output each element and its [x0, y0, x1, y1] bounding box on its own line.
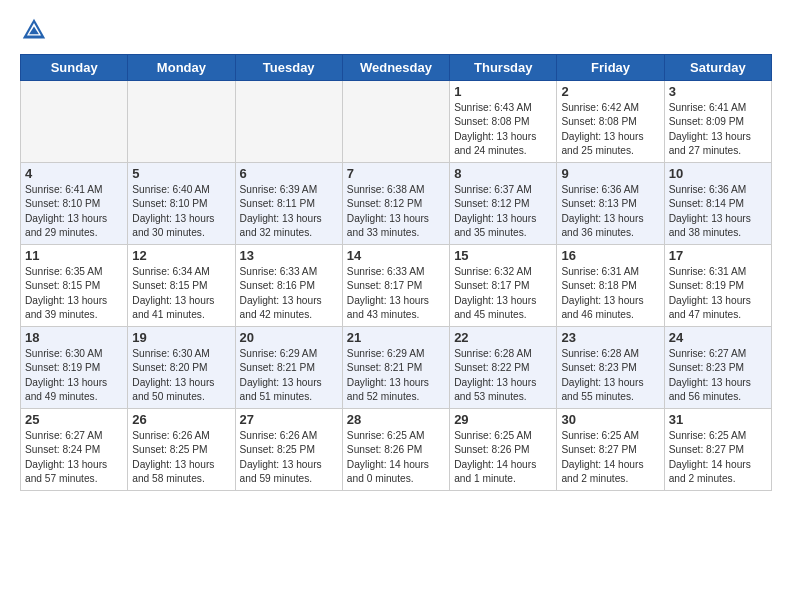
weekday-header-saturday: Saturday	[664, 55, 771, 81]
cell-info-text: Sunrise: 6:28 AM Sunset: 8:22 PM Dayligh…	[454, 347, 552, 404]
calendar-cell: 26Sunrise: 6:26 AM Sunset: 8:25 PM Dayli…	[128, 409, 235, 491]
calendar-cell: 28Sunrise: 6:25 AM Sunset: 8:26 PM Dayli…	[342, 409, 449, 491]
calendar-week-row: 25Sunrise: 6:27 AM Sunset: 8:24 PM Dayli…	[21, 409, 772, 491]
calendar-cell: 24Sunrise: 6:27 AM Sunset: 8:23 PM Dayli…	[664, 327, 771, 409]
calendar-week-row: 1Sunrise: 6:43 AM Sunset: 8:08 PM Daylig…	[21, 81, 772, 163]
calendar-cell: 12Sunrise: 6:34 AM Sunset: 8:15 PM Dayli…	[128, 245, 235, 327]
cell-day-number: 15	[454, 248, 552, 263]
calendar-cell: 15Sunrise: 6:32 AM Sunset: 8:17 PM Dayli…	[450, 245, 557, 327]
cell-day-number: 17	[669, 248, 767, 263]
cell-day-number: 27	[240, 412, 338, 427]
cell-day-number: 19	[132, 330, 230, 345]
cell-day-number: 30	[561, 412, 659, 427]
cell-info-text: Sunrise: 6:26 AM Sunset: 8:25 PM Dayligh…	[240, 429, 338, 486]
calendar-week-row: 11Sunrise: 6:35 AM Sunset: 8:15 PM Dayli…	[21, 245, 772, 327]
weekday-header-wednesday: Wednesday	[342, 55, 449, 81]
calendar-cell: 27Sunrise: 6:26 AM Sunset: 8:25 PM Dayli…	[235, 409, 342, 491]
calendar-cell: 5Sunrise: 6:40 AM Sunset: 8:10 PM Daylig…	[128, 163, 235, 245]
calendar-cell: 6Sunrise: 6:39 AM Sunset: 8:11 PM Daylig…	[235, 163, 342, 245]
weekday-header-monday: Monday	[128, 55, 235, 81]
cell-day-number: 10	[669, 166, 767, 181]
calendar-cell: 31Sunrise: 6:25 AM Sunset: 8:27 PM Dayli…	[664, 409, 771, 491]
cell-info-text: Sunrise: 6:41 AM Sunset: 8:10 PM Dayligh…	[25, 183, 123, 240]
cell-info-text: Sunrise: 6:27 AM Sunset: 8:24 PM Dayligh…	[25, 429, 123, 486]
calendar-cell: 18Sunrise: 6:30 AM Sunset: 8:19 PM Dayli…	[21, 327, 128, 409]
cell-info-text: Sunrise: 6:39 AM Sunset: 8:11 PM Dayligh…	[240, 183, 338, 240]
calendar-cell: 8Sunrise: 6:37 AM Sunset: 8:12 PM Daylig…	[450, 163, 557, 245]
header	[20, 16, 772, 44]
cell-info-text: Sunrise: 6:31 AM Sunset: 8:19 PM Dayligh…	[669, 265, 767, 322]
cell-info-text: Sunrise: 6:36 AM Sunset: 8:13 PM Dayligh…	[561, 183, 659, 240]
cell-info-text: Sunrise: 6:32 AM Sunset: 8:17 PM Dayligh…	[454, 265, 552, 322]
logo-icon	[20, 16, 48, 44]
cell-info-text: Sunrise: 6:33 AM Sunset: 8:16 PM Dayligh…	[240, 265, 338, 322]
cell-info-text: Sunrise: 6:34 AM Sunset: 8:15 PM Dayligh…	[132, 265, 230, 322]
cell-day-number: 18	[25, 330, 123, 345]
weekday-header-row: SundayMondayTuesdayWednesdayThursdayFrid…	[21, 55, 772, 81]
calendar-cell	[342, 81, 449, 163]
cell-info-text: Sunrise: 6:29 AM Sunset: 8:21 PM Dayligh…	[240, 347, 338, 404]
cell-info-text: Sunrise: 6:25 AM Sunset: 8:27 PM Dayligh…	[561, 429, 659, 486]
cell-info-text: Sunrise: 6:26 AM Sunset: 8:25 PM Dayligh…	[132, 429, 230, 486]
cell-day-number: 28	[347, 412, 445, 427]
calendar-cell: 16Sunrise: 6:31 AM Sunset: 8:18 PM Dayli…	[557, 245, 664, 327]
cell-day-number: 9	[561, 166, 659, 181]
calendar-cell: 29Sunrise: 6:25 AM Sunset: 8:26 PM Dayli…	[450, 409, 557, 491]
cell-day-number: 23	[561, 330, 659, 345]
cell-day-number: 26	[132, 412, 230, 427]
cell-day-number: 7	[347, 166, 445, 181]
cell-info-text: Sunrise: 6:31 AM Sunset: 8:18 PM Dayligh…	[561, 265, 659, 322]
cell-day-number: 11	[25, 248, 123, 263]
cell-day-number: 13	[240, 248, 338, 263]
calendar-cell: 17Sunrise: 6:31 AM Sunset: 8:19 PM Dayli…	[664, 245, 771, 327]
cell-day-number: 21	[347, 330, 445, 345]
cell-info-text: Sunrise: 6:27 AM Sunset: 8:23 PM Dayligh…	[669, 347, 767, 404]
cell-info-text: Sunrise: 6:43 AM Sunset: 8:08 PM Dayligh…	[454, 101, 552, 158]
cell-day-number: 22	[454, 330, 552, 345]
cell-day-number: 12	[132, 248, 230, 263]
cell-info-text: Sunrise: 6:28 AM Sunset: 8:23 PM Dayligh…	[561, 347, 659, 404]
calendar-cell	[21, 81, 128, 163]
cell-info-text: Sunrise: 6:41 AM Sunset: 8:09 PM Dayligh…	[669, 101, 767, 158]
cell-info-text: Sunrise: 6:33 AM Sunset: 8:17 PM Dayligh…	[347, 265, 445, 322]
cell-day-number: 24	[669, 330, 767, 345]
cell-day-number: 31	[669, 412, 767, 427]
calendar-week-row: 4Sunrise: 6:41 AM Sunset: 8:10 PM Daylig…	[21, 163, 772, 245]
calendar-cell: 1Sunrise: 6:43 AM Sunset: 8:08 PM Daylig…	[450, 81, 557, 163]
cell-info-text: Sunrise: 6:35 AM Sunset: 8:15 PM Dayligh…	[25, 265, 123, 322]
calendar-cell: 10Sunrise: 6:36 AM Sunset: 8:14 PM Dayli…	[664, 163, 771, 245]
calendar-cell: 21Sunrise: 6:29 AM Sunset: 8:21 PM Dayli…	[342, 327, 449, 409]
page: SundayMondayTuesdayWednesdayThursdayFrid…	[0, 0, 792, 501]
calendar-cell	[235, 81, 342, 163]
calendar-cell: 2Sunrise: 6:42 AM Sunset: 8:08 PM Daylig…	[557, 81, 664, 163]
cell-info-text: Sunrise: 6:37 AM Sunset: 8:12 PM Dayligh…	[454, 183, 552, 240]
weekday-header-tuesday: Tuesday	[235, 55, 342, 81]
cell-info-text: Sunrise: 6:38 AM Sunset: 8:12 PM Dayligh…	[347, 183, 445, 240]
calendar-cell: 30Sunrise: 6:25 AM Sunset: 8:27 PM Dayli…	[557, 409, 664, 491]
cell-day-number: 5	[132, 166, 230, 181]
cell-info-text: Sunrise: 6:25 AM Sunset: 8:26 PM Dayligh…	[454, 429, 552, 486]
cell-day-number: 6	[240, 166, 338, 181]
cell-day-number: 20	[240, 330, 338, 345]
cell-day-number: 3	[669, 84, 767, 99]
cell-info-text: Sunrise: 6:25 AM Sunset: 8:27 PM Dayligh…	[669, 429, 767, 486]
calendar-cell: 19Sunrise: 6:30 AM Sunset: 8:20 PM Dayli…	[128, 327, 235, 409]
calendar-cell	[128, 81, 235, 163]
cell-day-number: 2	[561, 84, 659, 99]
cell-day-number: 14	[347, 248, 445, 263]
cell-info-text: Sunrise: 6:36 AM Sunset: 8:14 PM Dayligh…	[669, 183, 767, 240]
calendar-cell: 9Sunrise: 6:36 AM Sunset: 8:13 PM Daylig…	[557, 163, 664, 245]
calendar-cell: 11Sunrise: 6:35 AM Sunset: 8:15 PM Dayli…	[21, 245, 128, 327]
cell-info-text: Sunrise: 6:30 AM Sunset: 8:20 PM Dayligh…	[132, 347, 230, 404]
calendar-cell: 7Sunrise: 6:38 AM Sunset: 8:12 PM Daylig…	[342, 163, 449, 245]
cell-info-text: Sunrise: 6:40 AM Sunset: 8:10 PM Dayligh…	[132, 183, 230, 240]
cell-day-number: 25	[25, 412, 123, 427]
calendar-cell: 13Sunrise: 6:33 AM Sunset: 8:16 PM Dayli…	[235, 245, 342, 327]
calendar-cell: 23Sunrise: 6:28 AM Sunset: 8:23 PM Dayli…	[557, 327, 664, 409]
calendar-cell: 4Sunrise: 6:41 AM Sunset: 8:10 PM Daylig…	[21, 163, 128, 245]
cell-day-number: 8	[454, 166, 552, 181]
cell-day-number: 16	[561, 248, 659, 263]
calendar-week-row: 18Sunrise: 6:30 AM Sunset: 8:19 PM Dayli…	[21, 327, 772, 409]
logo	[20, 16, 52, 44]
cell-info-text: Sunrise: 6:42 AM Sunset: 8:08 PM Dayligh…	[561, 101, 659, 158]
